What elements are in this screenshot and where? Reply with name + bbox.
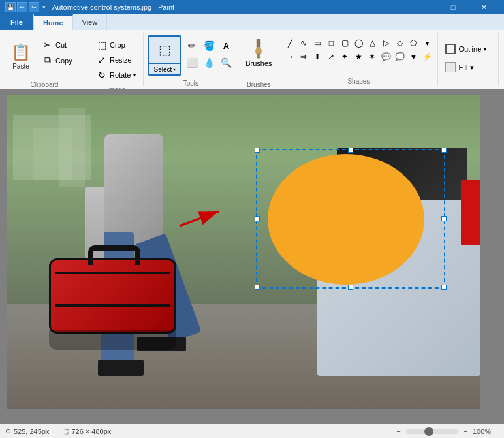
rotate-button[interactable]: ↻ Rotate ▾ <box>93 68 139 82</box>
coordinates-item: ⊕ 525, 245px <box>5 427 49 435</box>
select-label: Select <box>154 66 172 73</box>
copy-button[interactable]: ⧉ Copy <box>39 53 85 68</box>
cut-button[interactable]: ✂ Cut <box>39 38 85 52</box>
status-bar: ⊕ 525, 245px ⬚ 726 × 480px − + 100% <box>0 424 504 438</box>
shape-arrow1[interactable]: → <box>283 50 296 63</box>
fill-button[interactable]: Fill ▾ <box>442 60 494 74</box>
eraser-tool[interactable]: ⬜ <box>184 55 200 70</box>
fill-tool[interactable]: 🪣 <box>201 38 217 54</box>
handle-bottom-right[interactable] <box>441 285 447 290</box>
bag-strap <box>55 272 170 274</box>
shape-heart[interactable]: ♥ <box>407 50 420 63</box>
paste-button[interactable]: 📋 Paste <box>4 35 38 77</box>
ribbon-tabs: File Home View <box>0 14 504 30</box>
title-bar: 💾 ↩ ↪ ▾ Automotive control systems.jpg -… <box>0 0 504 14</box>
shapes-content: ╱ ∿ ▭ □ ▢ ◯ △ ▷ ◇ ⬠ ▾ → ⇒ ⬆ ↗ ✦ ★ ✶ 💬 <box>283 33 433 76</box>
shape-triangle[interactable]: △ <box>366 37 379 50</box>
save-icon[interactable]: 💾 <box>5 2 16 12</box>
image-scene <box>7 95 480 409</box>
resize-button[interactable]: ⤢ Resize <box>93 53 139 67</box>
tab-file[interactable]: File <box>0 14 34 30</box>
fill-icon <box>445 62 456 72</box>
window-title: Automotive control systems.jpg - Paint <box>52 3 407 11</box>
zoom-controls[interactable]: − + 100% <box>394 428 499 435</box>
tools-content: ⬚ Select ▾ ✏ 🪣 A ⬜ 💧 🔍 <box>148 33 234 78</box>
shape-round-rect[interactable]: ▢ <box>338 37 351 50</box>
handle-left-mid[interactable] <box>255 216 260 221</box>
text-tool[interactable]: A <box>218 38 234 54</box>
building-2 <box>59 108 85 187</box>
svg-line-4 <box>180 211 219 226</box>
close-button[interactable]: ✕ <box>469 0 499 14</box>
shape-star5[interactable]: ★ <box>352 50 365 63</box>
redo-icon[interactable]: ↪ <box>29 2 39 12</box>
shape-arrow2[interactable]: ⇒ <box>297 50 310 63</box>
zoom-out-button[interactable]: − <box>394 428 403 435</box>
dimensions-item: ⬚ 726 × 480px <box>62 427 111 435</box>
shape-star4[interactable]: ✦ <box>338 50 351 63</box>
dimensions-icon: ⬚ <box>62 427 69 435</box>
brushes-button[interactable]: Brushes <box>242 35 275 77</box>
select-icon: ⬚ <box>159 42 171 57</box>
handle-bottom-mid[interactable] <box>348 285 353 290</box>
shape-ellipse[interactable]: ◯ <box>352 37 365 50</box>
shape-lightning[interactable]: ⚡ <box>420 50 433 63</box>
select-button[interactable]: ⬚ Select ▾ <box>148 35 181 76</box>
shape-callout2[interactable]: 💭 <box>393 50 406 63</box>
select-chevron: ▾ <box>173 67 176 72</box>
cut-icon: ✂ <box>42 40 53 50</box>
shape-pentagon[interactable]: ⬠ <box>407 37 420 50</box>
shape-callout1[interactable]: 💬 <box>379 50 392 63</box>
shape-rect[interactable]: ▭ <box>311 37 324 50</box>
shape-star6[interactable]: ✶ <box>366 50 379 63</box>
ribbon-content: 📋 Paste ✂ Cut ⧉ Copy Clipboard ⬚ C <box>0 30 504 89</box>
ribbon-group-image: ⬚ Crop ⤢ Resize ↻ Rotate ▾ Image <box>89 33 144 86</box>
ribbon-group-shapes: ╱ ∿ ▭ □ ▢ ◯ △ ▷ ◇ ⬠ ▾ → ⇒ ⬆ ↗ ✦ ★ ✶ 💬 <box>279 33 438 86</box>
handle-top-mid[interactable] <box>348 148 353 153</box>
zoom-thumb[interactable] <box>424 427 433 436</box>
coordinates-icon: ⊕ <box>5 427 11 435</box>
shape-diamond[interactable]: ◇ <box>393 37 406 50</box>
select-main[interactable]: ⬚ <box>148 35 181 64</box>
undo-icon[interactable]: ↩ <box>17 2 27 12</box>
shape-curve[interactable]: ∿ <box>297 37 310 50</box>
zoom-slider[interactable] <box>406 429 458 434</box>
rotate-icon: ↻ <box>97 70 107 80</box>
tab-view[interactable]: View <box>73 14 108 30</box>
outline-button[interactable]: Outline ▾ <box>442 42 494 56</box>
dropdown-icon[interactable]: ▾ <box>40 2 47 12</box>
outline-icon <box>445 44 456 54</box>
select-dropdown[interactable]: Select ▾ <box>148 64 181 76</box>
shoe-left <box>98 360 144 376</box>
resize-icon: ⤢ <box>97 55 107 65</box>
selection-box[interactable] <box>256 149 445 289</box>
maximize-button[interactable]: □ <box>438 0 468 14</box>
brushes-icon <box>248 39 269 59</box>
shape-more[interactable]: ▾ <box>420 37 433 50</box>
shape-line[interactable]: ╱ <box>283 37 296 50</box>
canvas[interactable] <box>7 95 480 409</box>
pencil-tool[interactable]: ✏ <box>184 38 200 54</box>
handle-top-left[interactable] <box>255 148 260 153</box>
zoom-in-button[interactable]: + <box>461 428 470 435</box>
crop-button[interactable]: ⬚ Crop <box>93 38 139 52</box>
tab-home[interactable]: Home <box>34 14 73 30</box>
magnifier-tool[interactable]: 🔍 <box>218 55 234 70</box>
quick-access-toolbar[interactable]: 💾 ↩ ↪ ▾ <box>5 2 47 12</box>
handle-top-right[interactable] <box>441 148 447 153</box>
crop-icon: ⬚ <box>97 40 107 50</box>
tools-label: Tools <box>183 78 198 88</box>
shape-arrow4[interactable]: ↗ <box>324 50 338 63</box>
window-controls[interactable]: — □ ✕ <box>407 0 499 14</box>
color-picker-tool[interactable]: 💧 <box>201 55 217 70</box>
dimensions-value: 726 × 480px <box>71 428 111 435</box>
handle-bottom-left[interactable] <box>255 285 260 290</box>
shape-triangle2[interactable]: ▷ <box>379 37 392 50</box>
canvas-area <box>0 89 504 424</box>
shapes-grid: ╱ ∿ ▭ □ ▢ ◯ △ ▷ ◇ ⬠ ▾ → ⇒ ⬆ ↗ ✦ ★ ✶ 💬 <box>283 37 433 63</box>
shape-arrow3[interactable]: ⬆ <box>311 50 324 63</box>
minimize-button[interactable]: — <box>407 0 437 14</box>
clipboard-label: Clipboard <box>31 80 59 89</box>
handle-right-mid[interactable] <box>441 216 447 221</box>
shape-rect2[interactable]: □ <box>324 37 338 50</box>
